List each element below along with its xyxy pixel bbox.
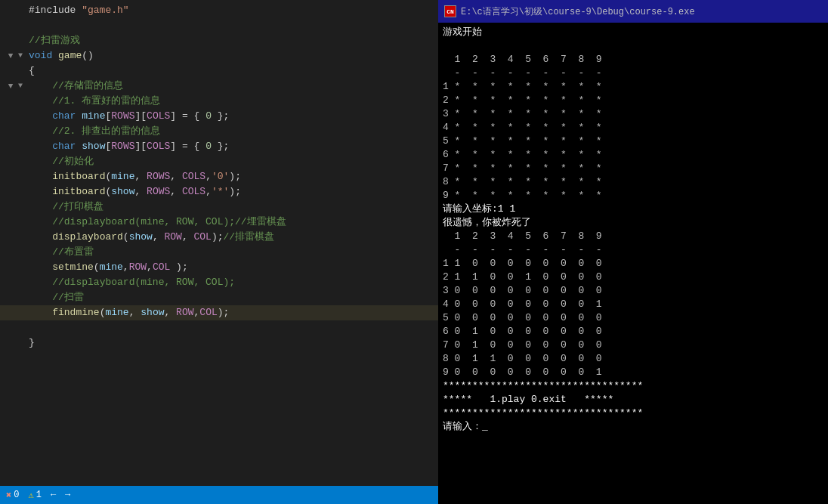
code-line-21: findmine(mine, show, ROW,COL); [0, 305, 438, 320]
console-output[interactable]: 游戏开始 1 2 3 4 5 6 7 8 9 - - - - - - - - -… [438, 23, 828, 504]
code-text-1: #include "game.h" [29, 3, 435, 18]
code-line-22 [0, 320, 438, 335]
collapse-4[interactable]: ▼ [18, 48, 29, 63]
code-text-10: char show[ROWS][COLS] = { 0 }; [29, 139, 435, 154]
gutter-4: ▼ [3, 48, 18, 63]
code-line-24 [0, 351, 438, 366]
nav-back-button[interactable]: ← [51, 490, 56, 500]
code-line-17: //布置雷 [0, 245, 438, 260]
nav-forward-button[interactable]: → [65, 490, 70, 500]
code-text-3: //扫雷游戏 [29, 33, 435, 48]
code-line-20: //扫雷 [0, 290, 438, 305]
forward-arrow-icon[interactable]: → [65, 490, 70, 500]
console-title: E:\c语言学习\初级\course-9\Debug\course-9.exe [461, 5, 822, 18]
console-app-icon: CN [444, 5, 456, 17]
code-line-9: //2. 排查出的雷的信息 [0, 124, 438, 139]
code-text-9: //2. 排查出的雷的信息 [29, 124, 435, 139]
code-line-6: ▼ ▼ //存储雷的信息 [0, 79, 438, 94]
console-titlebar: CN E:\c语言学习\初级\course-9\Debug\course-9.e… [438, 0, 828, 23]
code-line-13: initboard(show, ROWS, COLS,'*'); [0, 184, 438, 199]
code-text-14: //打印棋盘 [29, 199, 435, 215]
code-line-1: #include "game.h" [0, 3, 438, 18]
warning-count: 1 [36, 490, 42, 500]
code-line-18: setmine(mine,ROW,COL ); [0, 260, 438, 275]
code-text-21: findmine(mine, show, ROW,COL); [29, 305, 435, 320]
code-text-6: //存储雷的信息 [29, 79, 435, 94]
code-line-12: initboard(mine, ROWS, COLS,'0'); [0, 169, 438, 184]
code-text-19: //displayboard(mine, ROW, COL); [29, 275, 435, 290]
code-line-14: //打印棋盘 [0, 199, 438, 215]
error-indicator: ✖ 0 [6, 490, 19, 501]
code-text-17: //布置雷 [29, 245, 435, 260]
status-bar: ✖ 0 ⚠ 1 ← → [0, 486, 438, 504]
console-panel: CN E:\c语言学习\初级\course-9\Debug\course-9.e… [438, 0, 828, 504]
code-line-19: //displayboard(mine, ROW, COL); [0, 275, 438, 290]
code-text-5: { [29, 63, 435, 79]
code-text-15: //displayboard(mine, ROW, COL);//埋雷棋盘 [29, 215, 435, 230]
code-text-13: initboard(show, ROWS, COLS,'*'); [29, 184, 435, 199]
code-text-4: void game() [29, 48, 435, 63]
code-line-23: } [0, 335, 438, 351]
code-line-10: char show[ROWS][COLS] = { 0 }; [0, 139, 438, 154]
code-text-23: } [29, 335, 435, 351]
back-arrow-icon[interactable]: ← [51, 490, 56, 500]
code-content: #include "game.h" //扫雷游戏 ▼ ▼ void game()… [0, 0, 438, 486]
code-line-5: { [0, 63, 438, 79]
code-line-3: //扫雷游戏 [0, 33, 438, 48]
code-text-24 [29, 351, 435, 366]
code-line-8: char mine[ROWS][COLS] = { 0 }; [0, 109, 438, 124]
code-text-16: displayboard(show, ROW, COL);//排雷棋盘 [29, 230, 435, 245]
error-icon: ✖ [6, 490, 11, 501]
code-line-16: displayboard(show, ROW, COL);//排雷棋盘 [0, 230, 438, 245]
code-text-2 [29, 18, 435, 33]
code-text-7: //1. 布置好的雷的信息 [29, 94, 435, 109]
code-text-20: //扫雷 [29, 290, 435, 305]
code-line-11: //初始化 [0, 154, 438, 169]
code-editor: #include "game.h" //扫雷游戏 ▼ ▼ void game()… [0, 0, 438, 504]
error-count: 0 [14, 490, 19, 500]
code-text-11: //初始化 [29, 154, 435, 169]
code-line-4: ▼ ▼ void game() [0, 48, 438, 63]
code-line-15: //displayboard(mine, ROW, COL);//埋雷棋盘 [0, 215, 438, 230]
code-text-8: char mine[ROWS][COLS] = { 0 }; [29, 109, 435, 124]
collapse-6[interactable]: ▼ [18, 79, 29, 94]
gutter-6: ▼ [3, 79, 18, 94]
code-line-7: //1. 布置好的雷的信息 [0, 94, 438, 109]
code-text-22 [29, 320, 435, 335]
code-line-2 [0, 18, 438, 33]
code-text-12: initboard(mine, ROWS, COLS,'0'); [29, 169, 435, 184]
warning-icon: ⚠ [28, 490, 33, 501]
warning-indicator: ⚠ 1 [28, 490, 41, 501]
code-text-18: setmine(mine,ROW,COL ); [29, 260, 435, 275]
